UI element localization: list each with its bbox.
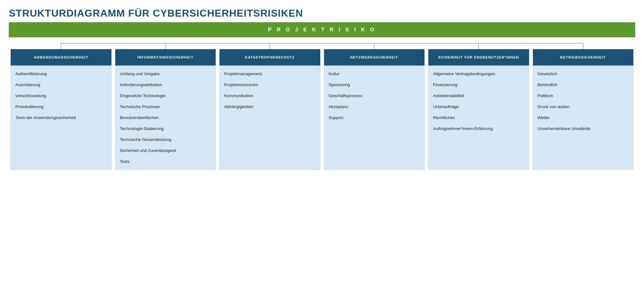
col-header-betriebssicherheit: BETRIEBSSICHERHEIT [533, 49, 634, 65]
col-body-betriebssicherheit: GesetzlichBehördlichPolitischDruck von a… [533, 65, 634, 170]
col-header-anwendungssicherheit: ANWENDUNGSSICHERHEIT [11, 49, 111, 65]
list-item: Finanzierung [433, 79, 524, 90]
column-katastrophenschutz: KATASTROPHENSCHUTZProjektmanagementProje… [218, 49, 322, 170]
list-item: Anforderungsdefinition [120, 79, 211, 90]
col-body-netzwerksicherheit: KulturSponsoringGeschäftsprozessAkzeptan… [324, 65, 425, 170]
page-title: STRUKTURDIAGRAMM FÜR CYBERSICHERHEITSRIS… [9, 8, 635, 19]
list-item: Tests [120, 156, 211, 167]
column-anwendungssicherheit: ANWENDUNGSSICHERHEITAuthentifizierungAut… [9, 49, 113, 170]
list-item: Kommunikation [224, 90, 316, 101]
list-item: Protokollierung [15, 101, 107, 112]
list-item: Politisch [538, 90, 629, 101]
col-header-sicherheit-endbenutzer: SICHERHEIT FÜR ENDBENUTZER*INNEN [428, 49, 529, 65]
list-item: Tests der Anwendungssicherheit [15, 112, 107, 123]
list-item: Auftragnehmer*innen-Erfahrung [433, 123, 524, 134]
list-item: Wetter [538, 112, 629, 123]
column-sicherheit-endbenutzer: SICHERHEIT FÜR ENDBENUTZER*INNENAllgemei… [426, 49, 531, 170]
list-item: Autorisierung [15, 79, 107, 90]
col-header-katastrophenschutz: KATASTROPHENSCHUTZ [219, 49, 320, 65]
list-item: Rechtliches [433, 112, 524, 123]
column-betriebssicherheit: BETRIEBSSICHERHEITGesetzlichBehördlichPo… [531, 49, 636, 170]
list-item: Projektressourcen [224, 79, 316, 90]
list-item: Akzeptanz [329, 101, 420, 112]
list-item: Sponsoring [329, 79, 420, 90]
list-item: Verschlüsselung [15, 90, 107, 101]
connector-lines [9, 37, 635, 49]
col-body-sicherheit-endbenutzer: Allgemeine VertragsbedingungenFinanzieru… [428, 65, 529, 170]
list-item: Abhängigkeiten [224, 101, 316, 112]
project-risk-banner: P R O J E K T R I S I K O [9, 22, 635, 37]
columns-container: ANWENDUNGSSICHERHEITAuthentifizierungAut… [9, 49, 635, 170]
column-informationssicherheit: INFORMATIONSSICHERHEITUmfang und Vorgabe… [113, 49, 218, 170]
list-item: Technologie-Skalierung [120, 123, 211, 134]
list-item: Umfang und Vorgabe [120, 68, 211, 79]
list-item: Geschäftsprozess [329, 90, 420, 101]
col-header-informationssicherheit: INFORMATIONSSICHERHEIT [115, 49, 216, 65]
list-item: Anbieterstabilität [433, 90, 524, 101]
list-item: Authentifizierung [15, 68, 107, 79]
list-item: Unvorhersehbare Umstände [538, 123, 629, 134]
col-header-netzwerksicherheit: NETZWERKSICHERHEIT [324, 49, 425, 65]
list-item: Behördlich [538, 79, 629, 90]
list-item: Projektmanagement [224, 68, 316, 79]
list-item: Allgemeine Vertragsbedingungen [433, 68, 524, 79]
col-body-anwendungssicherheit: AuthentifizierungAutorisierungVerschlüss… [11, 65, 111, 170]
list-item: Technische Gesamtleistung [120, 134, 211, 145]
list-item: Unteraufträge [433, 101, 524, 112]
list-item: Druck von außen [538, 101, 629, 112]
list-item: Technische Prozesse [120, 101, 211, 112]
list-item: Support [329, 112, 420, 123]
list-item: Benutzeroberflächen [120, 112, 211, 123]
list-item: Eingesetzte Technologie [120, 90, 211, 101]
list-item: Kultur [329, 68, 420, 79]
column-netzwerksicherheit: NETZWERKSICHERHEITKulturSponsoringGeschä… [322, 49, 427, 170]
col-body-katastrophenschutz: ProjektmanagementProjektressourcenKommun… [219, 65, 320, 170]
list-item: Gesetzlich [538, 68, 629, 79]
col-body-informationssicherheit: Umfang und VorgabeAnforderungsdefinition… [115, 65, 216, 170]
list-item: Sicherheit und Zuverlässigkeit [120, 145, 211, 156]
